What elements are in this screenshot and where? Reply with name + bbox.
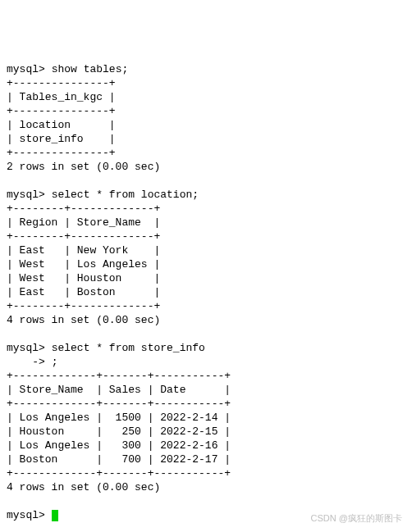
mysql-prompt: mysql> bbox=[7, 189, 45, 201]
result-footer: 2 rows in set (0.00 sec) bbox=[7, 161, 160, 173]
mysql-continuation-prompt: -> bbox=[7, 356, 45, 368]
table-row: | East | Boston | bbox=[7, 286, 160, 298]
sql-command-select-store-info: select * from store_info bbox=[52, 342, 205, 354]
table-border: +---------------+ bbox=[7, 147, 116, 159]
table-border: +-------------+-------+-----------+ bbox=[7, 467, 231, 480]
table-header: | Store_Name | Sales | Date | bbox=[7, 384, 231, 396]
table-row: | Los Angeles | 300 | 2022-2-16 | bbox=[7, 439, 231, 452]
table-border: +-------------+-------+-----------+ bbox=[7, 398, 231, 410]
table-row: | East | New York | bbox=[7, 244, 160, 257]
watermark: CSDN @疯狂的斯图卡 bbox=[311, 512, 402, 525]
mysql-prompt: mysql> bbox=[7, 63, 45, 75]
table-border: +---------------+ bbox=[7, 105, 116, 117]
mysql-prompt: mysql> bbox=[7, 509, 45, 521]
table-row: | location | bbox=[7, 119, 116, 131]
sql-command-terminator: ; bbox=[52, 356, 58, 368]
table-row: | Houston | 250 | 2022-2-15 | bbox=[7, 425, 231, 438]
terminal-output: mysql> show tables; +---------------+ | … bbox=[7, 62, 405, 522]
table-border: +---------------+ bbox=[7, 77, 116, 89]
cursor-icon[interactable] bbox=[52, 510, 58, 521]
sql-command-show-tables: show tables; bbox=[52, 63, 129, 75]
table-border: +--------+-------------+ bbox=[7, 230, 160, 243]
result-footer: 4 rows in set (0.00 sec) bbox=[7, 314, 160, 326]
table-row: | West | Houston | bbox=[7, 272, 160, 284]
result-footer: 4 rows in set (0.00 sec) bbox=[7, 481, 160, 493]
table-row: | store_info | bbox=[7, 133, 116, 145]
mysql-prompt: mysql> bbox=[7, 342, 45, 354]
table-header: | Tables_in_kgc | bbox=[7, 91, 116, 103]
table-row: | West | Los Angeles | bbox=[7, 258, 160, 271]
sql-command-select-location: select * from location; bbox=[52, 189, 199, 201]
table-header: | Region | Store_Name | bbox=[7, 216, 160, 229]
table-row: | Los Angeles | 1500 | 2022-2-14 | bbox=[7, 412, 231, 424]
table-border: +-------------+-------+-----------+ bbox=[7, 370, 231, 382]
table-border: +--------+-------------+ bbox=[7, 300, 160, 312]
table-row: | Boston | 700 | 2022-2-17 | bbox=[7, 453, 231, 466]
table-border: +--------+-------------+ bbox=[7, 202, 160, 215]
